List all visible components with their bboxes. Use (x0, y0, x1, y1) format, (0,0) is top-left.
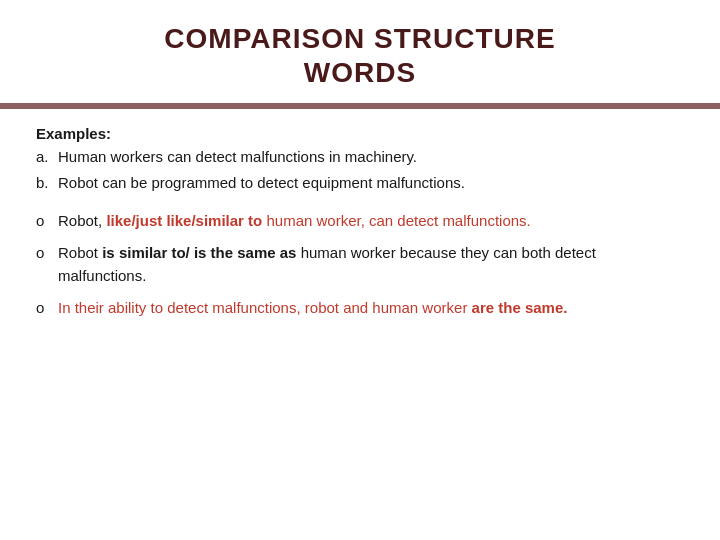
comparison-item-2: o Robot is similar to/ is the same as hu… (36, 242, 684, 287)
comp-text-1-part2: human worker, can detect malfunctions. (262, 212, 530, 229)
main-content: Examples: a. Human workers can detect ma… (0, 109, 720, 540)
bullet-2: o (36, 242, 58, 265)
comparison-item-3: o In their ability to detect malfunction… (36, 297, 684, 320)
comp-text-3-part1: In their ability to detect malfunctions,… (58, 299, 472, 316)
example-item-b: b. Robot can be programmed to detect equ… (36, 172, 684, 194)
comp-text-3-keyword: are the same. (472, 299, 568, 316)
example-text-a: Human workers can detect malfunctions in… (58, 146, 684, 168)
comp-text-1-keyword: like/just like/similar to (106, 212, 262, 229)
comparison-item-1: o Robot, like/just like/similar to human… (36, 210, 684, 233)
example-text-b: Robot can be programmed to detect equipm… (58, 172, 684, 194)
page-title: COMPARISON STRUCTURE WORDS (40, 22, 680, 89)
title-line1: COMPARISON STRUCTURE (164, 23, 555, 54)
comp-text-1-part1: Robot, (58, 212, 106, 229)
example-item-a: a. Human workers can detect malfunctions… (36, 146, 684, 168)
comp-text-2: Robot is similar to/ is the same as huma… (58, 242, 684, 287)
page: COMPARISON STRUCTURE WORDS Examples: a. … (0, 0, 720, 540)
examples-label: Examples: (36, 125, 684, 142)
comp-text-3: In their ability to detect malfunctions,… (58, 297, 684, 320)
title-line2: WORDS (304, 57, 416, 88)
comp-text-2-keyword: is similar to/ is the same as (102, 244, 296, 261)
bullet-1: o (36, 210, 58, 233)
example-letter-a: a. (36, 146, 58, 168)
examples-section: Examples: a. Human workers can detect ma… (36, 125, 684, 194)
comparison-items: o Robot, like/just like/similar to human… (36, 210, 684, 320)
header: COMPARISON STRUCTURE WORDS (0, 0, 720, 103)
bullet-3: o (36, 297, 58, 320)
comp-text-1: Robot, like/just like/similar to human w… (58, 210, 684, 233)
comp-text-2-part1: Robot (58, 244, 102, 261)
example-letter-b: b. (36, 172, 58, 194)
